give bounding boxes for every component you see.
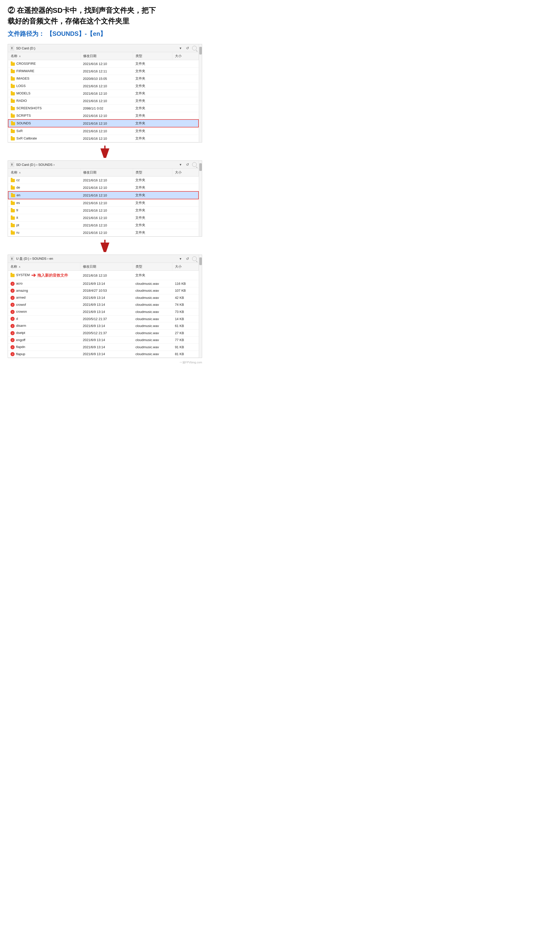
table-row[interactable]: SxR Calibrate2021/6/16 12:10文件夹 xyxy=(8,135,198,142)
panel3-col-name[interactable]: 名称 ∧ xyxy=(8,263,80,271)
table-row[interactable]: d2020/5/12 21:37cloudmusic.wav14 KB xyxy=(8,315,199,322)
panel1-search-icon[interactable] xyxy=(192,46,197,51)
arrow-down-1 xyxy=(8,145,202,158)
table-row[interactable]: SCREENSHOTS2098/1/1 0:02文件夹 xyxy=(8,105,198,112)
file-date-cell: 2021/6/16 12:10 xyxy=(80,229,133,236)
folder-icon xyxy=(11,70,15,73)
table-row[interactable]: it2021/6/16 12:10文件夹 xyxy=(8,214,198,222)
panel1-dropdown-icon[interactable]: ▾ xyxy=(178,46,183,51)
music-icon xyxy=(11,338,15,342)
table-row[interactable]: LOGS2021/6/16 12:10文件夹 xyxy=(8,82,198,90)
music-icon xyxy=(11,331,15,335)
file-type-cell: 文件夹 xyxy=(133,207,172,214)
table-row[interactable]: engoff2021/6/9 13:14cloudmusic.wav77 KB xyxy=(8,337,199,344)
file-name-cell: crowon xyxy=(8,308,80,316)
table-row[interactable]: pt2021/6/16 12:10文件夹 xyxy=(8,222,198,229)
music-icon xyxy=(11,289,15,293)
file-date-cell: 2020/5/12 21:37 xyxy=(80,329,133,337)
file-date-cell: 2018/4/27 10:53 xyxy=(80,287,133,294)
table-row[interactable]: FIRMWARE2021/6/16 12:11文件夹 xyxy=(8,68,198,75)
panel3-col-date[interactable]: 修改日期 xyxy=(80,263,133,271)
panel2-dropdown-icon[interactable]: ▾ xyxy=(178,162,183,167)
file-type-cell: cloudmusic.wav xyxy=(133,301,172,308)
panel3-left-nav[interactable]: ⬆ xyxy=(10,256,14,261)
table-row[interactable]: flapup2021/6/9 13:14cloudmusic.wav81 KB xyxy=(8,351,199,358)
panel3-scrollbar-thumb[interactable] xyxy=(199,257,202,265)
file-type-cell: cloudmusic.wav xyxy=(133,287,172,294)
panel2-col-size[interactable]: 大小 xyxy=(172,169,198,177)
table-row[interactable]: RADIO2021/6/16 12:10文件夹 xyxy=(8,97,198,105)
table-row[interactable]: de2021/6/16 12:10文件夹 xyxy=(8,184,198,192)
folder-icon xyxy=(11,62,15,66)
heading-line2: 载好的音频文件，存储在这个文件夹里 xyxy=(8,17,129,25)
table-row[interactable]: disarm2021/6/9 13:14cloudmusic.wav61 KB xyxy=(8,322,199,329)
file-size-cell: 73 KB xyxy=(172,308,199,316)
file-size-cell xyxy=(172,105,198,112)
table-row[interactable]: SYSTEM➔拖入新的音效文件2021/6/16 12:10文件夹 xyxy=(8,271,199,280)
table-row[interactable]: flapdn2021/6/9 13:14cloudmusic.wav91 KB xyxy=(8,344,199,351)
table-row[interactable]: en2021/6/16 12:10文件夹 xyxy=(8,191,198,199)
music-icon xyxy=(11,282,15,286)
table-row[interactable]: dsetpt2020/5/12 21:37cloudmusic.wav27 KB xyxy=(8,329,199,337)
panel1-col-date[interactable]: 修改日期 xyxy=(80,52,133,60)
file-date-cell: 2021/6/16 12:10 xyxy=(80,60,133,68)
file-name-cell: SxR Calibrate xyxy=(8,135,80,142)
folder-icon xyxy=(11,217,15,220)
panel2-scrollbar[interactable] xyxy=(199,161,202,236)
table-row[interactable]: SCRIPTS2021/6/16 12:10文件夹 xyxy=(8,112,198,120)
file-date-cell: 2020/5/12 21:37 xyxy=(80,315,133,322)
file-name-cell: pt xyxy=(8,222,80,229)
panel1-left-nav[interactable]: ⬆ xyxy=(10,46,14,51)
table-row[interactable]: crowof2021/6/9 13:14cloudmusic.wav74 KB xyxy=(8,301,199,308)
panel1-scrollbar-thumb[interactable] xyxy=(199,47,202,54)
file-type-cell: cloudmusic.wav xyxy=(133,351,172,358)
music-icon xyxy=(11,303,15,307)
table-row[interactable]: armed2021/6/9 13:14cloudmusic.wav42 KB xyxy=(8,294,199,302)
table-row[interactable]: SxR2021/6/16 12:10文件夹 xyxy=(8,127,198,135)
table-row[interactable]: cz2021/6/16 12:10文件夹 xyxy=(8,177,198,184)
panel3-scrollbar[interactable] xyxy=(199,255,202,358)
panel3-search-icon[interactable] xyxy=(192,256,197,261)
panel1-scrollbar[interactable] xyxy=(199,44,202,142)
file-size-cell: 81 KB xyxy=(172,351,199,358)
table-row[interactable]: crowon2021/6/9 13:14cloudmusic.wav73 KB xyxy=(8,308,199,316)
panel1-col-name[interactable]: 名称 ∧ xyxy=(8,52,80,60)
file-name-cell: it xyxy=(8,214,80,222)
table-row[interactable]: acro2021/6/9 13:14cloudmusic.wav116 KB xyxy=(8,280,199,287)
panel2-scrollbar-thumb[interactable] xyxy=(199,163,202,171)
panel3-col-size[interactable]: 大小 xyxy=(172,263,199,271)
table-row[interactable]: fr2021/6/16 12:10文件夹 xyxy=(8,207,198,214)
table-row[interactable]: amazng2018/4/27 10:53cloudmusic.wav107 K… xyxy=(8,287,199,294)
arrow-down-2 xyxy=(8,239,202,252)
panel1-col-size[interactable]: 大小 xyxy=(172,52,198,60)
panel2-content: ⬆ SD Card (D:) › SOUNDS › ▾ ↺ 名称 ∧ 修改日期 … xyxy=(8,161,199,236)
table-row[interactable]: IMAGES2020/8/10 15:05文件夹 xyxy=(8,75,198,82)
file-date-cell: 2021/6/9 13:14 xyxy=(80,301,133,308)
table-row[interactable]: SOUNDS2021/6/16 12:10文件夹 xyxy=(8,120,198,127)
panel2-refresh-icon[interactable]: ↺ xyxy=(185,162,190,167)
table-row[interactable]: MODELS2021/6/16 12:10文件夹 xyxy=(8,90,198,97)
panel3-col-type[interactable]: 类型 xyxy=(133,263,172,271)
file-date-cell: 2021/6/9 13:14 xyxy=(80,322,133,329)
panel2-col-name[interactable]: 名称 ∧ xyxy=(8,169,80,177)
file-size-cell xyxy=(172,60,198,68)
panel2-search-icon[interactable] xyxy=(192,162,197,167)
panel1-refresh-icon[interactable]: ↺ xyxy=(185,46,190,51)
file-name-cell: amazng xyxy=(8,287,80,294)
panel1-col-type[interactable]: 类型 xyxy=(133,52,172,60)
table-row[interactable]: es2021/6/16 12:10文件夹 xyxy=(8,199,198,207)
table-row[interactable]: CROSSFIRE2021/6/16 12:10文件夹 xyxy=(8,60,198,68)
panel2-left-nav[interactable]: ⬆ xyxy=(10,162,14,167)
panel2-col-date[interactable]: 修改日期 xyxy=(80,169,133,177)
table-row[interactable]: ru2021/6/16 12:10文件夹 xyxy=(8,229,198,236)
music-icon xyxy=(11,345,15,349)
panel1-header-row: 名称 ∧ 修改日期 类型 大小 xyxy=(8,52,198,60)
file-name-cell: RADIO xyxy=(8,97,80,105)
panel3-refresh-icon[interactable]: ↺ xyxy=(185,256,190,261)
panel3-dropdown-icon[interactable]: ▾ xyxy=(178,256,183,261)
file-size-cell xyxy=(172,75,198,82)
file-type-cell: cloudmusic.wav xyxy=(133,280,172,287)
file-size-cell xyxy=(172,214,198,222)
file-size-cell xyxy=(172,191,198,199)
panel2-col-type[interactable]: 类型 xyxy=(133,169,172,177)
